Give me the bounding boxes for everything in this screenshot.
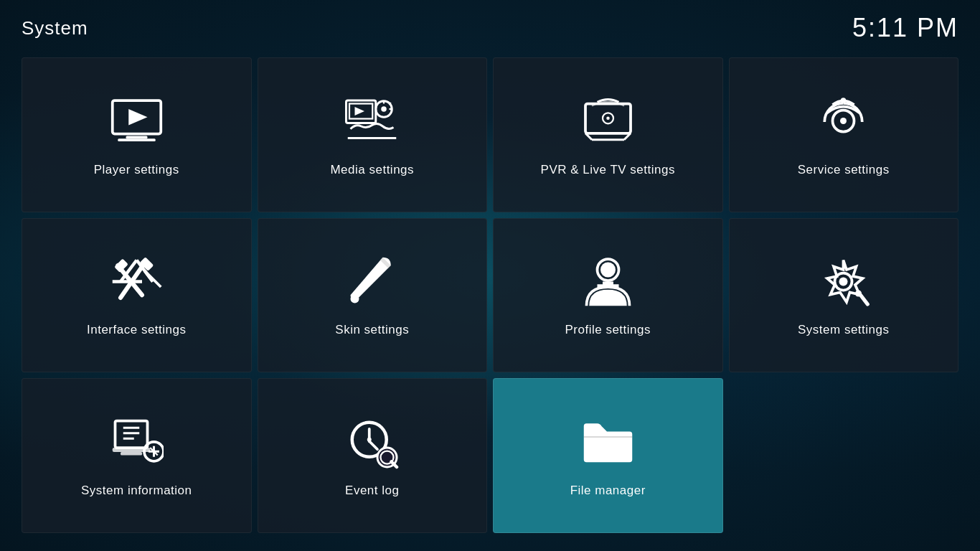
interface-settings-label: Interface settings xyxy=(87,323,186,337)
tile-interface-settings[interactable]: Interface settings xyxy=(22,218,252,373)
system-information-icon xyxy=(108,413,165,471)
tile-player-settings[interactable]: Player settings xyxy=(22,57,252,212)
svg-rect-2 xyxy=(126,136,147,139)
profile-settings-icon xyxy=(579,253,636,310)
svg-point-8 xyxy=(382,107,387,113)
tile-event-log[interactable]: Event log xyxy=(258,378,488,533)
event-log-label: Event log xyxy=(345,484,399,498)
pvr-settings-icon xyxy=(579,93,636,150)
svg-line-39 xyxy=(861,295,868,304)
tile-pvr-settings[interactable]: PVR & Live TV settings xyxy=(493,57,723,212)
system-settings-label: System settings xyxy=(798,323,890,337)
tile-profile-settings[interactable]: Profile settings xyxy=(493,218,723,373)
service-settings-icon xyxy=(815,93,872,150)
svg-point-54 xyxy=(367,437,372,441)
player-settings-icon xyxy=(108,93,165,150)
clock: 5:11 PM xyxy=(852,13,958,43)
svg-point-32 xyxy=(351,294,359,303)
tile-media-settings[interactable]: Media settings xyxy=(258,57,488,212)
pvr-settings-label: PVR & Live TV settings xyxy=(541,163,675,177)
file-manager-label: File manager xyxy=(570,484,646,498)
system-settings-icon xyxy=(815,253,872,310)
svg-marker-6 xyxy=(355,107,365,116)
svg-point-17 xyxy=(606,117,610,121)
svg-marker-1 xyxy=(128,109,147,126)
app-title: System xyxy=(22,17,88,39)
tile-system-settings[interactable]: System settings xyxy=(729,218,959,373)
profile-settings-label: Profile settings xyxy=(565,323,651,337)
interface-settings-icon xyxy=(108,253,165,310)
settings-grid: Player settings Media settings PVR & Liv… xyxy=(0,50,980,547)
service-settings-label: Service settings xyxy=(798,163,890,177)
svg-rect-30 xyxy=(114,258,128,273)
tile-service-settings[interactable]: Service settings xyxy=(729,57,959,212)
tile-file-manager[interactable]: File manager xyxy=(493,378,723,533)
media-settings-icon xyxy=(344,93,401,150)
media-settings-label: Media settings xyxy=(330,163,414,177)
svg-point-34 xyxy=(600,262,616,277)
svg-point-40 xyxy=(855,290,862,296)
header: System 5:11 PM xyxy=(0,0,980,50)
svg-point-20 xyxy=(840,118,847,124)
tile-skin-settings[interactable]: Skin settings xyxy=(258,218,488,373)
file-manager-icon xyxy=(579,413,636,471)
svg-point-38 xyxy=(839,277,848,286)
tile-empty xyxy=(729,378,959,533)
svg-rect-36 xyxy=(597,284,618,288)
system-information-label: System information xyxy=(81,484,192,498)
player-settings-label: Player settings xyxy=(94,163,179,177)
event-log-icon xyxy=(344,413,401,471)
tile-system-information[interactable]: System information xyxy=(22,378,252,533)
svg-line-53 xyxy=(369,441,377,449)
svg-rect-46 xyxy=(121,452,142,456)
svg-point-21 xyxy=(841,98,847,104)
skin-settings-icon xyxy=(344,253,401,310)
skin-settings-label: Skin settings xyxy=(335,323,409,337)
svg-line-25 xyxy=(145,270,161,287)
svg-rect-3 xyxy=(118,139,156,142)
